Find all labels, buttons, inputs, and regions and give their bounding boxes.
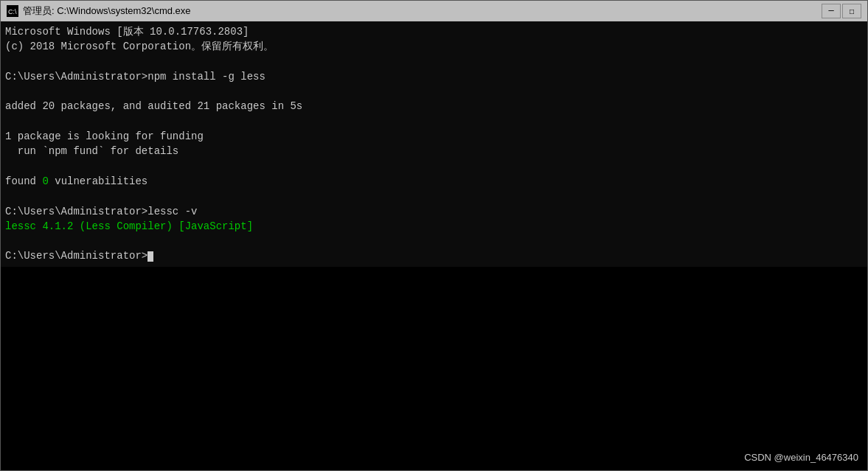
titlebar-title: 管理员: C:\Windows\system32\cmd.exe [23,4,191,18]
terminal-line [5,189,863,203]
terminal-line: C:\Users\Administrator>npm install -g le… [5,69,863,84]
terminal-line [5,114,863,129]
terminal-line [5,159,863,174]
terminal-line: lessc 4.1.2 (Less Compiler) [JavaScript] [5,219,863,234]
svg-text:C:\: C:\ [8,8,17,15]
terminal-body[interactable]: Microsoft Windows [版本 10.0.17763.2803](c… [1,21,867,267]
terminal-line: (c) 2018 Microsoft Corporation。保留所有权利。 [5,39,863,54]
vuln-count: 0 [42,175,48,187]
terminal-line: C:\Users\Administrator>lessc -v [5,204,863,219]
terminal-line [5,55,863,69]
terminal-line: run `npm fund` for details [5,144,863,158]
titlebar-controls: — ☐ [822,4,861,18]
terminal-line [5,234,863,248]
terminal-line: added 20 packages, and audited 21 packag… [5,99,863,114]
terminal-line: 1 package is looking for funding [5,129,863,144]
minimize-button[interactable]: — [822,4,841,18]
titlebar: C:\ 管理员: C:\Windows\system32\cmd.exe — ☐ [1,1,867,21]
cmd-icon: C:\ [7,5,18,17]
terminal-line: C:\Users\Administrator> [5,248,863,263]
maximize-button[interactable]: ☐ [842,4,861,18]
watermark: CSDN @weixin_46476340 [744,452,858,463]
terminal-line [5,84,863,99]
titlebar-left: C:\ 管理员: C:\Windows\system32\cmd.exe [7,4,191,18]
terminal-line: found 0 vulnerabilities [5,174,863,189]
terminal-wrapper: Microsoft Windows [版本 10.0.17763.2803](c… [1,21,867,470]
terminal-line: Microsoft Windows [版本 10.0.17763.2803] [5,24,863,39]
cmd-window: C:\ 管理员: C:\Windows\system32\cmd.exe — ☐… [0,0,868,471]
terminal-cursor [147,251,153,262]
